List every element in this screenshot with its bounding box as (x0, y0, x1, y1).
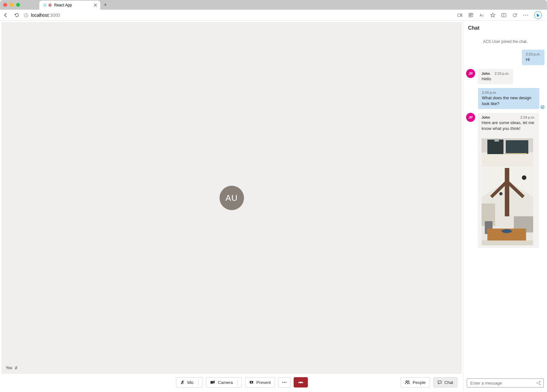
svg-rect-37 (487, 140, 503, 154)
message-received: JP John2:23 p.m. Hello (466, 69, 544, 84)
svg-point-31 (286, 382, 287, 383)
muted-mic-icon (14, 366, 18, 370)
participant-initials: AU (225, 193, 238, 203)
svg-point-18 (523, 15, 524, 15)
svg-point-32 (406, 381, 407, 382)
svg-text:A: A (480, 14, 482, 17)
send-button[interactable] (536, 380, 542, 386)
svg-rect-44 (505, 168, 509, 216)
image-attachment[interactable] (482, 168, 533, 245)
extensions-icon[interactable] (468, 13, 474, 18)
ellipsis-icon (282, 382, 287, 383)
svg-point-29 (282, 382, 283, 383)
collections-icon[interactable] (512, 13, 517, 18)
window-controls (3, 3, 20, 7)
video-capture-icon[interactable] (457, 13, 463, 18)
close-window-button[interactable] (3, 3, 7, 7)
svg-point-17 (515, 14, 517, 15)
svg-rect-11 (471, 13, 473, 15)
read-receipt-icon (541, 105, 544, 109)
more-actions-button[interactable] (278, 377, 290, 387)
browser-tab-strip: React App + (0, 0, 547, 10)
close-tab-icon[interactable] (94, 4, 97, 7)
svg-point-0 (44, 5, 45, 5)
browser-tab[interactable]: React App (39, 1, 100, 10)
svg-point-19 (525, 15, 526, 15)
recording-indicator-icon (48, 4, 52, 7)
svg-rect-40 (482, 133, 533, 138)
react-favicon-icon (43, 3, 47, 7)
message-sent: 2:23 p.m. Hi (466, 50, 544, 65)
system-message: ACS User joined the chat. (466, 39, 544, 44)
svg-rect-10 (469, 13, 471, 15)
svg-point-54 (499, 192, 503, 195)
svg-rect-8 (26, 14, 26, 14)
url-port: :3000 (49, 13, 60, 18)
svg-rect-12 (469, 15, 471, 17)
message-received: JP John2:24 p.m. Here are some ideas, le… (466, 113, 544, 248)
present-button[interactable]: Present (245, 377, 275, 387)
address-bar: localhost:3000 AA (0, 10, 547, 21)
message-input[interactable] (470, 381, 536, 386)
url-host: localhost (31, 13, 49, 18)
camera-button[interactable]: Camera (206, 377, 242, 387)
minimize-window-button[interactable] (10, 3, 14, 7)
favorites-icon[interactable] (490, 13, 495, 18)
svg-point-5 (49, 5, 51, 6)
compose-area (464, 376, 547, 392)
svg-rect-7 (26, 15, 26, 16)
url-input[interactable]: localhost:3000 (24, 13, 457, 18)
hangup-button[interactable] (294, 377, 308, 387)
svg-text:A: A (482, 15, 484, 17)
chat-panel: Chat ACS User joined the chat. 2:23 p.m.… (463, 21, 547, 392)
svg-rect-39 (504, 153, 527, 154)
mic-off-icon (180, 380, 185, 385)
copilot-icon[interactable] (534, 11, 542, 19)
split-screen-icon[interactable] (501, 13, 506, 18)
hangup-icon (298, 381, 304, 384)
back-button[interactable] (3, 13, 8, 18)
maximize-window-button[interactable] (16, 3, 20, 7)
chat-header: Chat (464, 21, 547, 34)
svg-point-20 (527, 15, 528, 15)
refresh-button[interactable] (14, 13, 19, 18)
image-attachment[interactable] (482, 133, 533, 167)
svg-rect-52 (482, 240, 533, 245)
svg-point-53 (522, 175, 526, 180)
self-video-label: You (6, 366, 18, 370)
new-tab-button[interactable]: + (103, 2, 107, 8)
more-icon[interactable] (523, 13, 528, 18)
camera-off-icon (210, 380, 215, 385)
text-size-icon[interactable]: AA (479, 13, 484, 18)
svg-point-30 (284, 382, 285, 383)
chat-icon (437, 380, 442, 385)
sender-avatar: JP (466, 69, 475, 78)
mic-button[interactable]: Mic (176, 377, 203, 387)
people-icon (405, 380, 410, 385)
svg-rect-9 (458, 14, 461, 16)
message-sent: 2:24 p.m. What does the new design look … (466, 88, 544, 109)
svg-point-34 (541, 105, 544, 109)
chat-stream[interactable]: ACS User joined the chat. 2:23 p.m. Hi J… (464, 34, 547, 376)
video-stage: AU You (1, 22, 462, 374)
svg-point-33 (408, 381, 409, 382)
people-button[interactable]: People (401, 377, 430, 387)
tab-title: React App (54, 3, 72, 7)
participant-avatar: AU (220, 186, 244, 210)
svg-rect-38 (506, 140, 528, 154)
svg-point-51 (502, 229, 512, 233)
send-icon (536, 380, 542, 386)
call-controls: Mic Camera Present (1, 374, 462, 391)
svg-rect-41 (494, 139, 499, 142)
share-screen-icon (249, 380, 254, 385)
svg-rect-36 (482, 152, 533, 167)
chat-button[interactable]: Chat (433, 377, 457, 387)
sender-avatar: JP (466, 113, 475, 122)
site-info-icon[interactable] (24, 13, 28, 17)
video-panel: AU You Mic Camera (0, 21, 463, 392)
